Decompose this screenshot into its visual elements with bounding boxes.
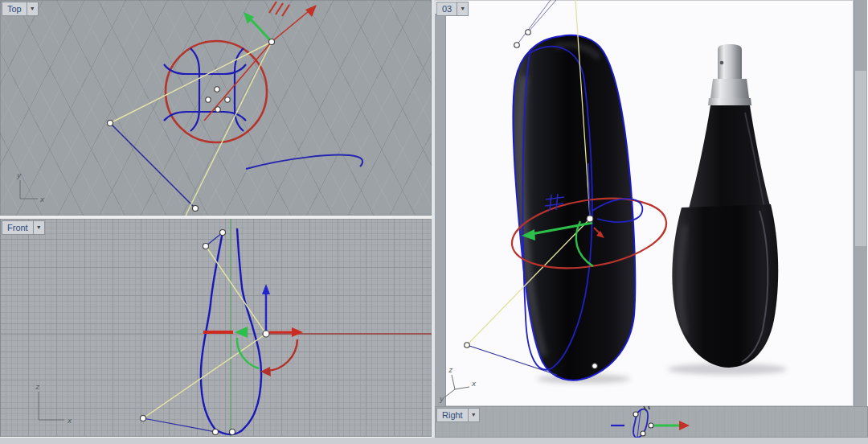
- front-axis-indicator: [39, 392, 64, 420]
- control-point[interactable]: [592, 364, 598, 369]
- viewport-right-menu-arrow-icon[interactable]: ▼: [468, 409, 479, 421]
- front-viewport-canvas[interactable]: z x: [0, 219, 432, 437]
- control-point[interactable]: [108, 121, 113, 126]
- control-point[interactable]: [641, 431, 645, 436]
- control-point[interactable]: [230, 430, 235, 435]
- gumball-origin-point[interactable]: [587, 216, 593, 222]
- green-axis-line: [251, 19, 272, 42]
- model-bottle-body[interactable]: [514, 35, 636, 380]
- viewport-front-menu-arrow-icon[interactable]: ▼: [33, 221, 44, 234]
- red-arrowhead-icon[interactable]: [679, 421, 690, 430]
- viewport-perspective[interactable]: 03 ▼: [435, 0, 854, 406]
- control-polygon-line: [110, 123, 195, 208]
- control-point[interactable]: [633, 412, 638, 417]
- top-axis-y-label: y: [16, 171, 22, 179]
- control-point[interactable]: [215, 87, 219, 92]
- viewport-top[interactable]: Top ▼ y x: [0, 0, 432, 216]
- control-point[interactable]: [225, 97, 230, 102]
- control-point[interactable]: [213, 430, 219, 435]
- viewport-top-tab[interactable]: Top ▼: [2, 2, 39, 16]
- viewport-top-title[interactable]: Top: [2, 2, 27, 15]
- gumball-origin-point[interactable]: [263, 331, 269, 337]
- viewport-perspective-menu-arrow-icon[interactable]: ▼: [457, 2, 468, 15]
- control-point[interactable]: [465, 343, 470, 348]
- viewport-front-title[interactable]: Front: [2, 221, 33, 234]
- right-viewport-canvas[interactable]: [435, 406, 868, 438]
- control-point[interactable]: [193, 206, 199, 212]
- top-view-control-points: [108, 39, 275, 212]
- hook-curve[interactable]: [246, 155, 362, 169]
- spray-orifice-icon: [720, 61, 724, 65]
- control-point[interactable]: [220, 230, 226, 236]
- pump-ring: [708, 98, 751, 105]
- top-axis-x-label: x: [39, 195, 45, 204]
- gumball-z-arrowhead-icon[interactable]: [262, 284, 270, 294]
- gumball-x-arrowhead-icon[interactable]: [292, 327, 303, 337]
- cad-workspace: Top ▼ y x: [0, 0, 868, 444]
- top-view-curves: [110, 2, 362, 216]
- gumball-y-arrowhead-icon[interactable]: [235, 327, 248, 338]
- top-axis-indicator: [20, 180, 38, 199]
- viewport-perspective-tab[interactable]: 03 ▼: [436, 2, 469, 16]
- bottom-edge-band: [0, 438, 868, 444]
- model-bottle[interactable]: [514, 35, 636, 384]
- top-viewport-canvas[interactable]: y x: [0, 0, 432, 216]
- rotation-axis-line: [204, 11, 309, 121]
- perspective-axis-indicator: [444, 375, 469, 397]
- control-point[interactable]: [514, 43, 520, 48]
- gumball-rotate-arc-green[interactable]: [237, 338, 259, 368]
- control-point[interactable]: [206, 97, 211, 102]
- front-axis-x-label: x: [67, 417, 72, 425]
- viewport-right-title[interactable]: Right: [437, 409, 468, 421]
- scrollbar-thumb[interactable]: [855, 71, 866, 246]
- control-point[interactable]: [203, 244, 209, 249]
- red-arrowhead-icon[interactable]: [305, 5, 317, 17]
- control-polygon-line-yellow: [110, 42, 272, 216]
- gumball-rotate-arc-red[interactable]: [267, 339, 297, 371]
- control-point[interactable]: [215, 107, 220, 112]
- viewport-perspective-title[interactable]: 03: [437, 2, 457, 15]
- perspective-canvas[interactable]: z x y: [435, 0, 854, 406]
- control-point[interactable]: [269, 39, 275, 45]
- control-point[interactable]: [649, 423, 653, 428]
- viewport-front-tab[interactable]: Front ▼: [2, 220, 45, 235]
- control-point[interactable]: [526, 30, 531, 35]
- vertical-scrollbar[interactable]: [854, 0, 867, 406]
- viewport-right-tab[interactable]: Right ▼: [436, 408, 480, 422]
- persp-axis-y-label: y: [439, 395, 444, 403]
- bottle-shoulder: [688, 105, 772, 212]
- front-axis-z-label: z: [35, 383, 39, 391]
- viewport-right[interactable]: Right ▼: [435, 406, 868, 438]
- viewport-top-menu-arrow-icon[interactable]: ▼: [27, 2, 38, 15]
- red-tick-marks: [269, 2, 289, 16]
- pump-collar: [710, 79, 749, 98]
- persp-axis-x-label: x: [471, 380, 477, 388]
- persp-axis-z-label: z: [448, 366, 452, 374]
- viewport-front[interactable]: Front ▼: [0, 219, 432, 437]
- control-point[interactable]: [141, 416, 146, 421]
- reference-bottle: [668, 44, 787, 375]
- right-view-curves: [611, 406, 690, 438]
